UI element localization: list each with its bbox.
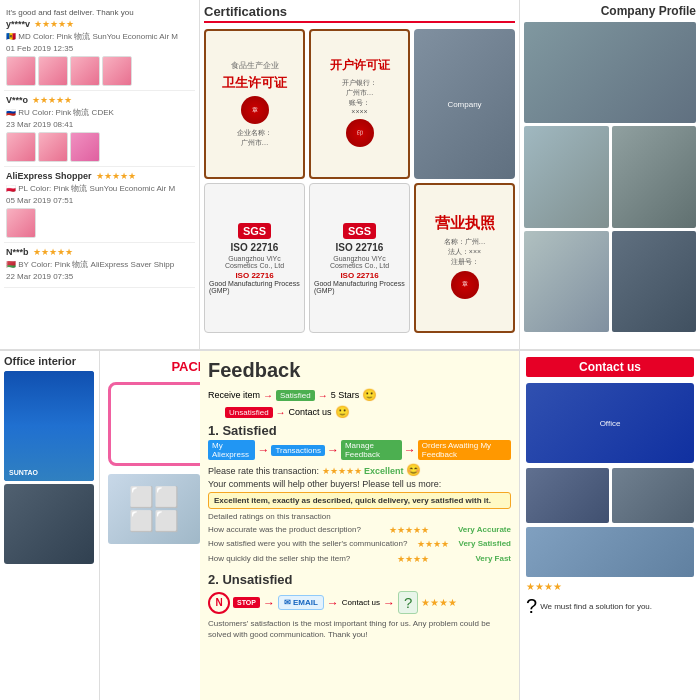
nav-orders-awaiting[interactable]: Orders Awaiting My Feedback [418, 440, 511, 460]
flag-3: 🇵🇱 [6, 184, 16, 193]
review-img-3a [6, 208, 36, 238]
review-header-1: y****v ★★★★★ [6, 19, 193, 29]
iso-gmp-2: Good Manufacturing Process (GMP) [314, 280, 405, 294]
certifications-title: Certifications [204, 4, 515, 23]
profile-img-factory [524, 22, 696, 123]
question-mark-icon: ? [526, 595, 537, 618]
date-4: 22 Mar 2019 07:35 [6, 272, 193, 281]
review-img-2b [38, 132, 68, 162]
nav-manage-feedback[interactable]: Manage Feedback [341, 440, 402, 460]
nav-arrow-1: → [257, 443, 269, 457]
rate-text: Please rate this transaction: ★★★★★ Exce… [208, 463, 511, 477]
sgs-badge-2: SGS [343, 223, 376, 239]
unsatisfied-arrow-3: → [383, 596, 395, 610]
cert-business-body: 名称：广州…法人：×××注册号： [444, 237, 486, 267]
office-img-team [4, 484, 94, 564]
cert-bank-seal: 印 [346, 119, 374, 147]
country-1: MD [18, 32, 30, 41]
office-brand-text: SUNTAO [9, 469, 38, 476]
nav-transactions[interactable]: Transactions [271, 445, 325, 456]
reviewer-name-1: y****v [6, 19, 30, 29]
comments-text: Your comments will help other buyers! Pl… [208, 479, 511, 489]
profile-images-grid [524, 22, 696, 332]
country-4: BY [18, 260, 29, 269]
stars-3: ★★★★★ [96, 171, 136, 181]
emoji-smile-1: 🙂 [362, 388, 377, 402]
stop-icon: STOP [233, 597, 260, 608]
review-img-1a [6, 56, 36, 86]
flow-arrow-2: → [318, 390, 328, 401]
profile-img-machines [612, 126, 697, 227]
pack-img-bubble: ⬜⬜⬜⬜ [108, 474, 200, 544]
contact-star-1: ★★★★ [526, 581, 562, 592]
profile-img-products [524, 231, 609, 332]
flow-arrow-3: → [276, 407, 286, 418]
flow-arrow-1: → [263, 390, 273, 401]
office-title: Office interior [4, 355, 95, 367]
flow-5stars: 5 Stars [331, 390, 360, 400]
top-right-panel: Certifications 食品生产企业 卫生许可证 章 企业名称：广州市… … [200, 0, 700, 350]
we-find-row: ? We must find a solution for you. [526, 595, 694, 618]
iso-number-2: ISO 22716 [336, 242, 384, 253]
cert-bank-license: 开户许可证 开户银行：广州市…账号：×××× 印 [309, 29, 410, 179]
review-intro-text: It's good and fast deliver. Thank you [6, 8, 193, 17]
shop-3: 物流 SunYou Economic Air M [71, 184, 175, 193]
rating-quality-3: Very Fast [475, 553, 511, 566]
contact-img-row [526, 468, 694, 523]
review-item-4: N***b ★★★★★ 🇧🇾 BY Color: Pink 物流 AliExpr… [4, 243, 195, 288]
review-header-3: AliExpress Shopper ★★★★★ [6, 171, 193, 181]
contact-img-1: Office [526, 383, 694, 463]
contact-us-panel: Contact us Office ★★★★ ? We must find a … [520, 351, 700, 700]
contact-img-2 [526, 468, 609, 523]
bubble-icon: ⬜⬜⬜⬜ [129, 485, 179, 533]
question-icon: ? [404, 594, 412, 611]
review-meta-1: 🇲🇩 MD Color: Pink 物流 SunYou Economic Air… [6, 31, 193, 42]
cert-bank-title: 开户许可证 [330, 57, 390, 74]
contact-stars-row: ★★★★ [526, 581, 694, 592]
date-3: 05 Mar 2019 07:51 [6, 196, 193, 205]
certifications-panel: Certifications 食品生产企业 卫生许可证 章 企业名称：广州市… … [200, 0, 520, 349]
iso-number-1: ISO 22716 [231, 242, 279, 253]
rate-excellent: Excellent [364, 466, 404, 476]
profile-img-team [612, 231, 697, 332]
nav-flow: My Aliexpress → Transactions → Manage Fe… [208, 440, 511, 460]
stars-1: ★★★★★ [34, 19, 74, 29]
highlight-box: Excellent item, exactly as described, qu… [208, 492, 511, 509]
rating-row-3: How quickly did the seller ship the item… [208, 552, 511, 566]
flow-unsatisfied-badge: Unsatisfied [225, 407, 273, 418]
company-profile-title: Company Profile [524, 4, 696, 18]
flow-contact: Contact us [289, 407, 332, 417]
cert-food-seal: 章 [241, 96, 269, 124]
cert-business-license: 营业执照 名称：广州…法人：×××注册号： 章 [414, 183, 515, 333]
solution-stars: ★★★★ [421, 597, 457, 608]
feedback-flow-satisfied: Receive item → Satisfied → 5 Stars 🙂 [208, 388, 511, 402]
rating-stars-2: ★★★★ [417, 537, 449, 551]
unsatisfied-arrow-1: → [263, 596, 275, 610]
contact-img-label: Office [600, 419, 621, 428]
iso-cert-num-2: ISO 22716 [340, 271, 378, 280]
cert-business-seal: 章 [451, 271, 479, 299]
footer-text: Customers' satisfaction is the most impo… [208, 618, 511, 640]
feedback-flow-unsatisfied: Unsatisfied → Contact us 🙂 [208, 405, 511, 419]
iso-gmp-1: Good Manufacturing Process (GMP) [209, 280, 300, 294]
contact-us-text: Contact us [342, 598, 380, 607]
shop-1: 物流 SunYou Economic Air M [74, 32, 178, 41]
country-2: RU [18, 108, 30, 117]
nav-aliexpress[interactable]: My Aliexpress [208, 440, 255, 460]
review-item-1: It's good and fast deliver. Thank you y*… [4, 4, 195, 91]
review-images-2 [6, 132, 193, 162]
review-img-1b [38, 56, 68, 86]
reviewer-name-3: AliExpress Shopper [6, 171, 92, 181]
rating-row-1: How accurate was the product description… [208, 523, 511, 537]
review-img-2a [6, 132, 36, 162]
email-box: ✉ EMAIL [278, 595, 324, 610]
review-img-1c [70, 56, 100, 86]
cert-business-title: 营业执照 [435, 214, 495, 233]
office-panel: Office interior SUNTAO SUNTAO [0, 350, 100, 700]
rate-label: Please rate this transaction: [208, 466, 319, 476]
iso-company-1: Guangzhou ViYcCosmetics Co., Ltd [225, 255, 284, 269]
shop-2: 物流 CDEK [73, 108, 113, 117]
stars-4: ★★★★★ [33, 247, 73, 257]
flag-4: 🇧🇾 [6, 260, 16, 269]
office-img-main: SUNTAO SUNTAO [4, 371, 94, 481]
